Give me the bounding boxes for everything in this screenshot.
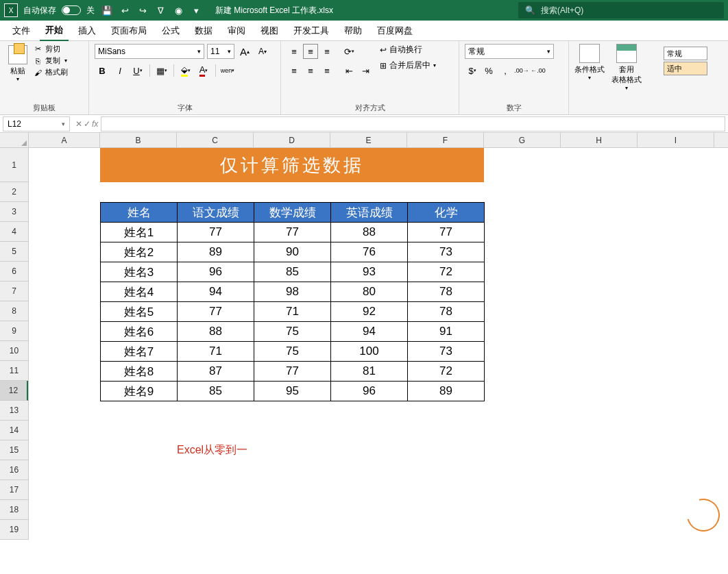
table-header[interactable]: 英语成绩 <box>331 203 408 223</box>
row-header-3[interactable]: 3 <box>0 202 28 222</box>
table-cell[interactable]: 95 <box>254 382 331 401</box>
fx-icon[interactable]: fx <box>92 119 98 129</box>
phonetic-button[interactable]: wen▾ <box>220 63 235 78</box>
table-header[interactable]: 语文成绩 <box>178 203 254 223</box>
col-header-A[interactable]: A <box>29 133 100 147</box>
table-cell[interactable]: 92 <box>331 302 408 322</box>
table-cell[interactable]: 91 <box>408 322 485 342</box>
tab-帮助[interactable]: 帮助 <box>339 21 367 40</box>
table-cell[interactable]: 78 <box>408 282 485 302</box>
decrease-decimal-icon[interactable]: ←.00 <box>531 63 546 78</box>
col-header-D[interactable]: D <box>254 133 330 147</box>
align-middle-icon[interactable]: ≡ <box>303 44 318 59</box>
row-header-19[interactable]: 19 <box>0 520 28 540</box>
table-cell[interactable]: 94 <box>178 282 254 302</box>
table-cell[interactable]: 85 <box>178 382 254 401</box>
table-header[interactable]: 姓名 <box>101 203 178 223</box>
cut-button[interactable]: ✂剪切 <box>33 44 68 54</box>
percent-format-icon[interactable]: % <box>481 63 496 78</box>
tab-数据[interactable]: 数据 <box>189 21 218 40</box>
col-header-G[interactable]: G <box>484 133 561 147</box>
bold-button[interactable]: B <box>95 63 110 78</box>
align-top-icon[interactable]: ≡ <box>287 44 302 59</box>
cells-area[interactable]: 仅计算筛选数据 姓名语文成绩数学成绩英语成绩化学姓名177778877姓名289… <box>29 148 728 574</box>
camera-icon[interactable]: ◉ <box>173 5 184 16</box>
table-cell[interactable]: 77 <box>178 302 254 322</box>
table-cell[interactable]: 姓名7 <box>101 342 178 362</box>
col-header-H[interactable]: H <box>561 133 638 147</box>
table-cell[interactable]: 98 <box>254 282 331 302</box>
table-cell[interactable]: 72 <box>408 262 485 282</box>
font-name-combo[interactable]: MiSans▾ <box>95 44 204 59</box>
row-header-12[interactable]: 12 <box>0 381 28 401</box>
table-cell[interactable]: 85 <box>254 262 331 282</box>
table-cell[interactable]: 姓名4 <box>101 282 178 302</box>
font-color-button[interactable]: A▾ <box>196 63 211 78</box>
style-normal[interactable]: 常规 <box>664 47 707 60</box>
table-cell[interactable]: 姓名8 <box>101 362 178 382</box>
tab-百度网盘[interactable]: 百度网盘 <box>372 21 418 40</box>
tab-开始[interactable]: 开始 <box>40 21 69 41</box>
table-cell[interactable]: 96 <box>178 262 254 282</box>
copy-button[interactable]: ⎘复制▾ <box>33 55 68 66</box>
align-right-icon[interactable]: ≡ <box>319 63 335 78</box>
autosave-toggle[interactable]: 自动保存 关 <box>23 5 95 16</box>
row-header-17[interactable]: 17 <box>0 480 28 500</box>
fill-color-button[interactable]: ⬙▾ <box>178 63 193 78</box>
col-header-B[interactable]: B <box>100 133 177 147</box>
table-cell[interactable]: 姓名6 <box>101 322 178 342</box>
increase-decimal-icon[interactable]: .00→ <box>514 63 529 78</box>
search-box[interactable]: 🔍 搜索(Alt+Q) <box>518 2 724 18</box>
table-cell[interactable]: 89 <box>408 382 485 401</box>
tab-视图[interactable]: 视图 <box>255 21 284 40</box>
row-header-11[interactable]: 11 <box>0 361 28 381</box>
table-cell[interactable]: 78 <box>408 302 485 322</box>
tab-公式[interactable]: 公式 <box>156 21 185 40</box>
table-cell[interactable]: 姓名5 <box>101 302 178 322</box>
table-cell[interactable]: 姓名3 <box>101 262 178 282</box>
format-as-table-button[interactable]: 套用 表格格式 ▾ <box>611 44 642 91</box>
tab-审阅[interactable]: 审阅 <box>222 21 251 40</box>
row-header-4[interactable]: 4 <box>0 222 28 242</box>
table-cell[interactable]: 94 <box>331 322 408 342</box>
number-format-combo[interactable]: 常规▾ <box>465 44 554 59</box>
tab-开发工具[interactable]: 开发工具 <box>288 21 335 40</box>
table-cell[interactable]: 77 <box>178 223 254 242</box>
table-cell[interactable]: 77 <box>254 362 331 382</box>
align-bottom-icon[interactable]: ≡ <box>319 44 335 59</box>
table-header[interactable]: 化学 <box>408 203 485 223</box>
row-header-5[interactable]: 5 <box>0 242 28 262</box>
tab-文件[interactable]: 文件 <box>7 21 36 40</box>
border-button[interactable]: ▦▾ <box>154 63 169 78</box>
table-cell[interactable]: 90 <box>254 242 331 262</box>
table-cell[interactable]: 100 <box>331 342 408 362</box>
table-cell[interactable]: 71 <box>178 342 254 362</box>
comma-format-icon[interactable]: , <box>498 63 513 78</box>
underline-button[interactable]: U▾ <box>130 63 145 78</box>
font-size-combo[interactable]: 11▾ <box>207 44 234 59</box>
col-header-F[interactable]: F <box>407 133 484 147</box>
table-cell[interactable]: 72 <box>408 362 485 382</box>
row-header-8[interactable]: 8 <box>0 301 28 321</box>
align-center-icon[interactable]: ≡ <box>303 63 318 78</box>
row-header-13[interactable]: 13 <box>0 401 28 421</box>
col-header-E[interactable]: E <box>330 133 407 147</box>
table-cell[interactable]: 73 <box>408 342 485 362</box>
row-header-2[interactable]: 2 <box>0 182 28 202</box>
row-header-9[interactable]: 9 <box>0 321 28 341</box>
increase-font-icon[interactable]: A▴ <box>237 44 252 59</box>
enter-icon[interactable]: ✓ <box>84 119 90 129</box>
conditional-format-button[interactable]: 条件格式 ▾ <box>574 44 605 91</box>
formula-bar[interactable] <box>101 116 725 132</box>
style-neutral[interactable]: 适中 <box>664 62 707 75</box>
tab-插入[interactable]: 插入 <box>73 21 101 40</box>
table-cell[interactable]: 81 <box>331 362 408 382</box>
table-cell[interactable]: 87 <box>178 362 254 382</box>
table-header[interactable]: 数学成绩 <box>254 203 331 223</box>
row-header-16[interactable]: 16 <box>0 460 28 480</box>
name-box[interactable]: L12 <box>3 116 70 132</box>
merge-center-button[interactable]: ⊞合并后居中▾ <box>380 60 436 71</box>
table-cell[interactable]: 姓名2 <box>101 242 178 262</box>
italic-button[interactable]: I <box>112 63 128 78</box>
col-header-C[interactable]: C <box>177 133 254 147</box>
